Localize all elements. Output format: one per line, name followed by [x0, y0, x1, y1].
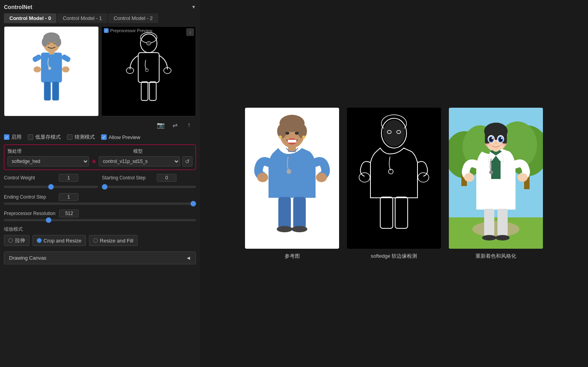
drawing-canvas-row[interactable]: Drawing Canvas ◄: [4, 251, 196, 264]
svg-point-20: [146, 42, 151, 45]
svg-point-29: [277, 124, 287, 138]
toolbar-row: 📷 ⇌ ↑: [4, 119, 196, 130]
result-caption-0: 参考图: [285, 253, 300, 260]
camera-button[interactable]: 📷: [155, 119, 166, 130]
model-tabs: Control Model - 0 Control Model - 1 Cont…: [4, 13, 196, 23]
low-vram-checkbox[interactable]: [28, 134, 33, 140]
stretch-label: 拉伸: [15, 237, 25, 244]
starting-step-value: 0: [157, 174, 176, 182]
edge-photo: [347, 108, 441, 249]
svg-point-33: [285, 132, 289, 135]
preview-image: [102, 27, 196, 116]
scale-crop-resize-option[interactable]: Crop and Resize: [33, 235, 86, 246]
panel-header: ControlNet ▼: [4, 4, 196, 10]
svg-point-5: [47, 43, 50, 44]
result-images: 参考图: [245, 108, 543, 260]
result-item-2: 重新着色和风格化: [449, 108, 543, 260]
svg-point-77: [485, 143, 491, 146]
svg-point-11: [33, 67, 41, 72]
preproc-res-label: Preprocessor Resolution: [4, 211, 55, 216]
panel-collapse-arrow[interactable]: ▼: [191, 4, 196, 10]
svg-point-86: [495, 235, 510, 240]
model-select[interactable]: control_v11p_sd15_s: [99, 156, 180, 166]
svg-rect-42: [293, 197, 306, 228]
tab-model-2[interactable]: Control Model - 2: [108, 13, 158, 23]
panel-title: ControlNet: [4, 4, 32, 10]
result-img-box-0: [245, 108, 339, 249]
svg-point-76: [501, 137, 503, 139]
svg-rect-36: [288, 140, 296, 143]
preview-checkbox[interactable]: [104, 28, 109, 33]
svg-point-48: [383, 120, 405, 146]
low-vram-checkbox-item[interactable]: 低显存模式: [28, 134, 61, 141]
enable-checkbox[interactable]: [4, 134, 9, 140]
swap-button[interactable]: ⇌: [169, 119, 180, 130]
svg-rect-13: [44, 82, 51, 101]
ending-step-row: Ending Control Step 1: [4, 193, 196, 201]
scale-resize-fill-option[interactable]: Resize and Fill: [89, 235, 138, 246]
anime-svg: [449, 108, 543, 249]
scale-stretch-option[interactable]: 拉伸: [4, 235, 29, 246]
model-row-labels: 预处理 模型: [7, 148, 192, 155]
preprocessor-label: 预处理: [7, 148, 67, 155]
guess-mode-checkbox[interactable]: [67, 134, 73, 140]
svg-point-80: [489, 170, 493, 174]
dual-slider-row: Control Weight 1 Starting Control Step 0: [4, 174, 196, 189]
svg-point-44: [292, 226, 307, 232]
svg-rect-14: [52, 82, 59, 101]
source-image: [4, 27, 98, 116]
scale-mode-radio-group: 拉伸 Crop and Resize Resize and Fill: [4, 235, 196, 246]
svg-point-6: [53, 43, 56, 44]
control-weight-slider[interactable]: [4, 186, 98, 188]
preprocessor-select[interactable]: softedge_hed: [7, 156, 89, 166]
tab-model-1[interactable]: Control Model - 1: [57, 13, 107, 23]
svg-rect-41: [278, 197, 291, 228]
result-edge-svg: [351, 112, 437, 245]
svg-point-75: [492, 137, 493, 139]
control-weight-value: 1: [59, 174, 78, 182]
svg-point-34: [295, 132, 299, 135]
crop-resize-label: Crop and Resize: [44, 238, 82, 244]
ending-step-value: 1: [59, 193, 78, 201]
preprocessor-select-wrap: softedge_hed: [7, 156, 89, 166]
starting-step-row: Starting Control Step 0: [102, 174, 196, 182]
ending-step-label: Ending Control Step: [4, 194, 55, 200]
svg-point-43: [277, 226, 292, 232]
enable-checkbox-item[interactable]: 启用: [4, 134, 22, 141]
svg-point-78: [501, 143, 507, 146]
starting-step-item: Starting Control Step 0: [102, 174, 196, 189]
svg-point-82: [517, 173, 528, 182]
refresh-model-button[interactable]: ↺: [182, 156, 192, 166]
drawing-canvas-arrow: ◄: [186, 255, 191, 261]
svg-point-30: [298, 124, 307, 138]
preproc-res-slider[interactable]: [4, 219, 196, 221]
guess-mode-checkbox-item[interactable]: 猜测模式: [67, 134, 95, 141]
svg-point-64: [472, 221, 519, 237]
model-label: 模型: [133, 148, 192, 155]
svg-point-81: [464, 173, 474, 182]
preproc-res-value: 512: [59, 210, 79, 217]
image-row: 🖼 图像 ↺ ✕ ✏: [4, 26, 196, 116]
control-weight-item: Control Weight 1: [4, 174, 98, 189]
right-panel: 参考图: [200, 0, 588, 367]
resize-fill-radio-dot: [93, 238, 98, 243]
tab-model-0[interactable]: Control Model - 0: [4, 13, 56, 23]
download-preview-button[interactable]: ↓: [186, 28, 194, 36]
svg-rect-83: [484, 209, 494, 236]
upload-button[interactable]: ↑: [183, 119, 194, 130]
allow-preview-checkbox[interactable]: [101, 134, 107, 140]
ref-photo: [245, 108, 339, 249]
svg-rect-84: [497, 209, 508, 236]
starting-step-slider[interactable]: [102, 186, 196, 188]
left-panel: ControlNet ▼ Control Model - 0 Control M…: [0, 0, 200, 367]
result-item-1: softedge 软边缘检测: [347, 108, 441, 260]
anime-photo: [449, 108, 543, 249]
model-select-wrap: control_v11p_sd15_s: [99, 156, 180, 166]
preproc-res-row: Preprocessor Resolution 512: [4, 210, 196, 217]
svg-point-3: [42, 38, 47, 47]
ending-step-slider[interactable]: [4, 202, 196, 205]
star-icon[interactable]: ✳: [91, 158, 96, 165]
allow-preview-checkbox-item[interactable]: Allow Preview: [101, 134, 140, 140]
nurse-svg: [22, 30, 82, 112]
svg-point-40: [316, 173, 327, 182]
